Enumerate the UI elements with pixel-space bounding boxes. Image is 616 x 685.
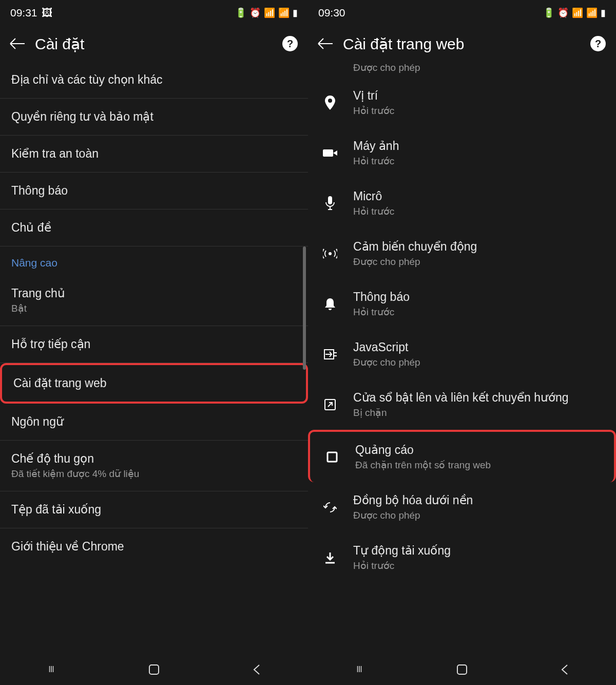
nav-bar: lll [0, 654, 308, 685]
item-sub: Hỏi trước [353, 205, 605, 217]
item-sub: Bật [11, 302, 297, 314]
back-nav-icon [252, 664, 261, 675]
camera-icon [321, 144, 339, 162]
site-settings-item-motion[interactable]: Cảm biến chuyển động Được cho phép [308, 229, 616, 279]
home-icon [456, 664, 468, 675]
item-sub: Được cho phép [353, 356, 605, 368]
site-settings-item-background-sync[interactable]: Đồng bộ hóa dưới nền Được cho phép [308, 482, 616, 532]
nav-back-button[interactable] [557, 662, 572, 677]
settings-item-about[interactable]: Giới thiệu về Chrome [0, 528, 308, 565]
item-label: Ngôn ngữ [11, 415, 297, 429]
battery-icon: 🔋 [543, 7, 554, 18]
help-button[interactable]: ? [282, 36, 298, 51]
motion-icon [321, 245, 339, 262]
item-sub: Bị chặn [353, 407, 605, 418]
signal-icon: 📶 [278, 7, 290, 18]
item-sub: Hỏi trước [353, 155, 605, 167]
site-settings-item-javascript[interactable]: JavaScript Được cho phép [308, 329, 616, 379]
settings-item-language[interactable]: Ngôn ngữ [0, 404, 308, 441]
settings-item-site-settings[interactable]: Cài đặt trang web [0, 363, 308, 404]
app-bar: Cài đặt ? [0, 26, 308, 62]
back-button[interactable] [318, 43, 333, 44]
right-screenshot: 09:30 🔋 ⏰ 📶 📶 ▮ Cài đặt trang web ? Được… [308, 0, 616, 685]
battery-full-icon: ▮ [601, 7, 606, 18]
item-label: JavaScript [353, 340, 605, 354]
settings-list[interactable]: Địa chỉ và các tùy chọn khác Quyền riêng… [0, 62, 308, 654]
js-icon [321, 346, 339, 363]
scrollbar-thumb[interactable] [303, 246, 306, 370]
recents-icon: lll [357, 665, 362, 674]
alarm-icon: ⏰ [557, 7, 569, 18]
bell-icon [321, 295, 339, 313]
item-label: Thông báo [353, 290, 605, 304]
ads-icon [323, 448, 341, 466]
item-sub: Được cho phép [353, 256, 605, 268]
settings-item-downloads[interactable]: Tệp đã tải xuống [0, 491, 308, 528]
settings-item-homepage[interactable]: Trang chủBật [0, 275, 308, 326]
alarm-icon: ⏰ [249, 7, 261, 18]
settings-item-theme[interactable]: Chủ đề [0, 210, 308, 246]
truncated-item-sub: Được cho phép [308, 62, 616, 78]
svg-point-3 [329, 252, 332, 255]
site-settings-item-camera[interactable]: Máy ảnh Hỏi trước [308, 128, 616, 178]
page-title: Cài đặt trang web [343, 35, 580, 53]
battery-full-icon: ▮ [293, 7, 298, 18]
site-settings-item-ads[interactable]: Quảng cáo Đã chặn trên một số trang web [308, 430, 616, 482]
svg-rect-6 [328, 452, 337, 462]
status-time: 09:31 [10, 7, 37, 19]
nav-recents-button[interactable]: lll [44, 662, 59, 677]
item-label: Cảm biến chuyển động [353, 240, 605, 254]
item-sub: Đã chặn trên một số trang web [355, 459, 603, 471]
page-title: Cài đặt [35, 35, 272, 53]
item-label: Kiểm tra an toàn [11, 147, 297, 161]
item-label: Vị trí [353, 89, 605, 103]
left-screenshot: 09:31 🖼 🔋 ⏰ 📶 📶 ▮ Cài đặt ? Địa chỉ và c… [0, 0, 308, 685]
recents-icon: lll [49, 665, 54, 674]
site-settings-item-notifications[interactable]: Thông báo Hỏi trước [308, 279, 616, 329]
item-label: Cửa sổ bật lên và liên kết chuyển hướng [353, 391, 605, 405]
svg-rect-7 [457, 665, 467, 674]
back-icon [318, 43, 333, 44]
item-label: Chủ đề [11, 221, 297, 235]
download-icon [321, 549, 339, 566]
section-advanced: Nâng cao [0, 246, 308, 275]
back-nav-icon [560, 664, 569, 675]
nav-home-button[interactable] [455, 662, 469, 677]
site-settings-item-location[interactable]: Vị trí Hỏi trước [308, 78, 616, 128]
app-bar: Cài đặt trang web ? [308, 26, 616, 62]
item-label: Thông báo [11, 184, 297, 198]
item-label: Tệp đã tải xuống [11, 503, 297, 517]
mic-icon [321, 195, 339, 212]
svg-rect-1 [323, 149, 333, 157]
nav-back-button[interactable] [249, 662, 264, 677]
wifi-icon: 📶 [572, 7, 583, 18]
nav-home-button[interactable] [147, 662, 161, 677]
settings-item-accessibility[interactable]: Hỗ trợ tiếp cận [0, 326, 308, 363]
item-sub: Hỏi trước [353, 560, 605, 572]
item-label: Micrô [353, 189, 605, 203]
back-icon [10, 43, 25, 44]
site-settings-item-popups[interactable]: Cửa sổ bật lên và liên kết chuyển hướng … [308, 379, 616, 430]
item-label: Cài đặt trang web [13, 376, 295, 390]
battery-icon: 🔋 [235, 7, 246, 18]
sync-icon [321, 499, 339, 516]
settings-item-lite-mode[interactable]: Chế độ thu gọnĐã tiết kiệm được 4% dữ li… [0, 441, 308, 491]
popup-icon [321, 396, 339, 413]
nav-bar: lll [308, 654, 616, 685]
back-button[interactable] [10, 43, 25, 44]
help-button[interactable]: ? [590, 36, 606, 51]
wifi-icon: 📶 [264, 7, 275, 18]
settings-item-notifications[interactable]: Thông báo [0, 173, 308, 210]
image-icon: 🖼 [42, 7, 52, 19]
site-settings-item-mic[interactable]: Micrô Hỏi trước [308, 178, 616, 229]
status-bar: 09:30 🔋 ⏰ 📶 📶 ▮ [308, 0, 616, 26]
scrollbar[interactable] [303, 62, 306, 654]
site-settings-list[interactable]: Được cho phép Vị trí Hỏi trước Máy ảnh H… [308, 62, 616, 654]
settings-item-safety-check[interactable]: Kiểm tra an toàn [0, 136, 308, 173]
item-label: Giới thiệu về Chrome [11, 540, 297, 554]
location-icon [321, 94, 339, 111]
site-settings-item-auto-download[interactable]: Tự động tải xuống Hỏi trước [308, 532, 616, 583]
settings-item-addresses[interactable]: Địa chỉ và các tùy chọn khác [0, 62, 308, 99]
nav-recents-button[interactable]: lll [352, 662, 367, 677]
settings-item-privacy[interactable]: Quyền riêng tư và bảo mật [0, 99, 308, 136]
